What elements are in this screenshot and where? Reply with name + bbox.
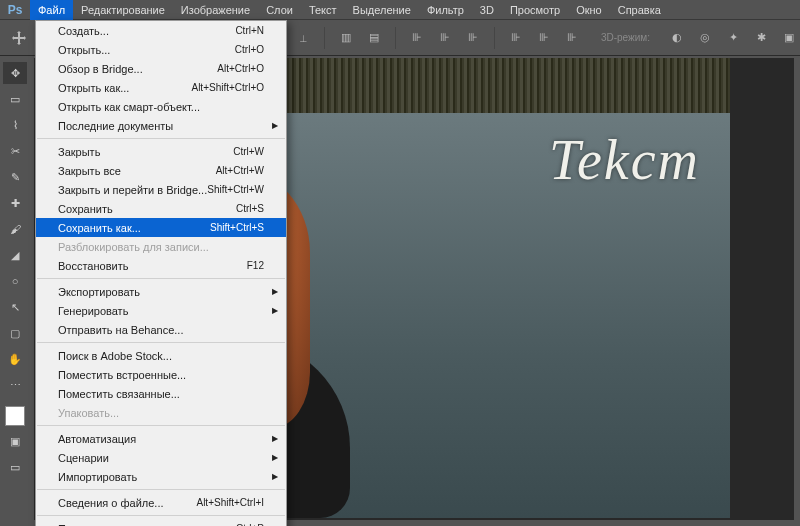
menu-shortcut: Alt+Shift+Ctrl+I bbox=[196, 497, 264, 508]
menubar-item-Справка[interactable]: Справка bbox=[610, 0, 669, 20]
healing-tool[interactable]: ✚ bbox=[3, 192, 27, 214]
menu-item[interactable]: Поместить встроенные... bbox=[36, 365, 286, 384]
menu-item[interactable]: ВосстановитьF12 bbox=[36, 256, 286, 275]
screen-mode[interactable]: ▭ bbox=[3, 456, 27, 478]
menu-item-label: Отправить на Behance... bbox=[58, 324, 183, 336]
menu-item[interactable]: Сведения о файле...Alt+Shift+Ctrl+I bbox=[36, 493, 286, 512]
distribute-2-icon[interactable]: ⊪ bbox=[434, 27, 456, 49]
menu-shortcut: Alt+Ctrl+W bbox=[216, 165, 264, 176]
distribute-5-icon[interactable]: ⊪ bbox=[533, 27, 555, 49]
menu-item[interactable]: Закрыть и перейти в Bridge...Shift+Ctrl+… bbox=[36, 180, 286, 199]
menu-shortcut: Ctrl+W bbox=[233, 146, 264, 157]
menu-item[interactable]: Открыть как смарт-объект... bbox=[36, 97, 286, 116]
move-tool[interactable]: ✥ bbox=[3, 62, 27, 84]
distribute-3-icon[interactable]: ⊪ bbox=[462, 27, 484, 49]
menu-separator bbox=[37, 425, 285, 426]
menu-item[interactable]: Автоматизация▶ bbox=[36, 429, 286, 448]
distribute-h-icon[interactable]: ▥ bbox=[335, 27, 357, 49]
3d-icon-1[interactable]: ◐ bbox=[666, 27, 688, 49]
submenu-arrow-icon: ▶ bbox=[272, 306, 278, 315]
menubar-item-Файл[interactable]: Файл bbox=[30, 0, 73, 20]
move-tool-icon[interactable] bbox=[8, 27, 30, 49]
lasso-tool[interactable]: ⌇ bbox=[3, 114, 27, 136]
menu-item-label: Сохранить bbox=[58, 203, 113, 215]
3d-icon-2[interactable]: ◎ bbox=[694, 27, 716, 49]
menu-item[interactable]: Обзор в Bridge...Alt+Ctrl+O bbox=[36, 59, 286, 78]
menu-item-label: Сценарии bbox=[58, 452, 109, 464]
distribute-v-icon[interactable]: ▤ bbox=[363, 27, 385, 49]
menu-item[interactable]: СохранитьCtrl+S bbox=[36, 199, 286, 218]
menubar-item-Просмотр[interactable]: Просмотр bbox=[502, 0, 568, 20]
menu-item[interactable]: Последние документы▶ bbox=[36, 116, 286, 135]
menu-item-label: Упаковать... bbox=[58, 407, 119, 419]
menu-item-label: Автоматизация bbox=[58, 433, 136, 445]
menu-separator bbox=[37, 489, 285, 490]
bucket-tool[interactable]: ◢ bbox=[3, 244, 27, 266]
file-menu-dropdown: Создать...Ctrl+NОткрыть...Ctrl+OОбзор в … bbox=[35, 20, 287, 526]
menu-item-label: Закрыть и перейти в Bridge... bbox=[58, 184, 207, 196]
menu-shortcut: Shift+Ctrl+S bbox=[210, 222, 264, 233]
menu-item[interactable]: Сохранить как...Shift+Ctrl+S bbox=[36, 218, 286, 237]
menu-item[interactable]: ЗакрытьCtrl+W bbox=[36, 142, 286, 161]
menu-separator bbox=[37, 138, 285, 139]
brush-tool[interactable]: 🖌 bbox=[3, 218, 27, 240]
menu-item-label: Генерировать bbox=[58, 305, 128, 317]
menu-separator bbox=[37, 342, 285, 343]
mode-3d-label: 3D-режим: bbox=[601, 32, 650, 43]
rect-tool[interactable]: ▢ bbox=[3, 322, 27, 344]
menubar-item-Выделение[interactable]: Выделение bbox=[345, 0, 419, 20]
menu-item[interactable]: Экспортировать▶ bbox=[36, 282, 286, 301]
menubar-item-Окно[interactable]: Окно bbox=[568, 0, 610, 20]
menubar-item-Редактирование[interactable]: Редактирование bbox=[73, 0, 173, 20]
menubar: Ps ФайлРедактированиеИзображениеСлоиТекс… bbox=[0, 0, 800, 20]
menubar-item-Слои[interactable]: Слои bbox=[258, 0, 301, 20]
menu-item-label: Сохранить как... bbox=[58, 222, 141, 234]
menu-item[interactable]: Поиск в Adobe Stock... bbox=[36, 346, 286, 365]
distribute-6-icon[interactable]: ⊪ bbox=[561, 27, 583, 49]
menu-item-label: Разблокировать для записи... bbox=[58, 241, 209, 253]
marquee-tool[interactable]: ▭ bbox=[3, 88, 27, 110]
menu-separator bbox=[37, 515, 285, 516]
menu-item[interactable]: Печатать...Ctrl+P bbox=[36, 519, 286, 526]
hand-tool[interactable]: ✋ bbox=[3, 348, 27, 370]
menu-item: Упаковать... bbox=[36, 403, 286, 422]
menu-item[interactable]: Импортировать▶ bbox=[36, 467, 286, 486]
path-tool[interactable]: ↖ bbox=[3, 296, 27, 318]
submenu-arrow-icon: ▶ bbox=[272, 287, 278, 296]
menu-item[interactable]: Открыть...Ctrl+O bbox=[36, 40, 286, 59]
align-bottom-icon[interactable]: ⟂ bbox=[292, 27, 314, 49]
menu-item-label: Поместить связанные... bbox=[58, 388, 180, 400]
quick-mask[interactable]: ▣ bbox=[3, 430, 27, 452]
more-tools[interactable]: ⋯ bbox=[3, 374, 27, 396]
menu-item-label: Поиск в Adobe Stock... bbox=[58, 350, 172, 362]
menu-item-label: Восстановить bbox=[58, 260, 128, 272]
menubar-item-Изображение[interactable]: Изображение bbox=[173, 0, 258, 20]
canvas-text-overlay: Tekcm bbox=[549, 128, 700, 192]
menu-item[interactable]: Генерировать▶ bbox=[36, 301, 286, 320]
menu-item[interactable]: Создать...Ctrl+N bbox=[36, 21, 286, 40]
menubar-item-Фильтр[interactable]: Фильтр bbox=[419, 0, 472, 20]
3d-icon-4[interactable]: ✱ bbox=[750, 27, 772, 49]
tools-panel: ✥ ▭ ⌇ ✂ ✎ ✚ 🖌 ◢ ○ ↖ ▢ ✋ ⋯ ▣ ▭ bbox=[0, 56, 30, 526]
crop-tool[interactable]: ✂ bbox=[3, 140, 27, 162]
color-swatch[interactable] bbox=[5, 406, 25, 426]
menu-item[interactable]: Поместить связанные... bbox=[36, 384, 286, 403]
menu-item[interactable]: Открыть как...Alt+Shift+Ctrl+O bbox=[36, 78, 286, 97]
menu-item[interactable]: Сценарии▶ bbox=[36, 448, 286, 467]
menubar-item-Текст[interactable]: Текст bbox=[301, 0, 345, 20]
menu-item[interactable]: Закрыть всеAlt+Ctrl+W bbox=[36, 161, 286, 180]
menu-shortcut: Ctrl+S bbox=[236, 203, 264, 214]
3d-icon-5[interactable]: ▣ bbox=[778, 27, 800, 49]
menu-shortcut: Ctrl+N bbox=[235, 25, 264, 36]
distribute-1-icon[interactable]: ⊪ bbox=[406, 27, 428, 49]
3d-icon-3[interactable]: ✦ bbox=[722, 27, 744, 49]
distribute-4-icon[interactable]: ⊪ bbox=[505, 27, 527, 49]
eyedropper-tool[interactable]: ✎ bbox=[3, 166, 27, 188]
dodge-tool[interactable]: ○ bbox=[3, 270, 27, 292]
menu-item[interactable]: Отправить на Behance... bbox=[36, 320, 286, 339]
menubar-item-3D[interactable]: 3D bbox=[472, 0, 502, 20]
menu-item: Разблокировать для записи... bbox=[36, 237, 286, 256]
menu-item-label: Создать... bbox=[58, 25, 109, 37]
menu-shortcut: Ctrl+O bbox=[235, 44, 264, 55]
menu-item-label: Печатать... bbox=[58, 523, 114, 527]
